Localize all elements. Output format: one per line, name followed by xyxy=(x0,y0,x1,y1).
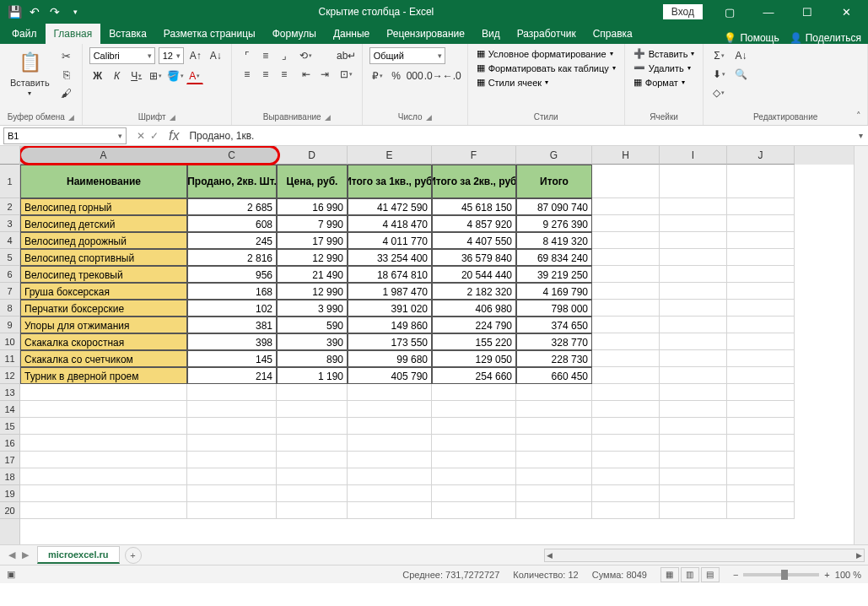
tab-help[interactable]: Справка xyxy=(585,24,641,44)
cell[interactable] xyxy=(727,435,795,452)
cell[interactable] xyxy=(516,452,592,468)
tab-file[interactable]: Файл xyxy=(3,24,46,44)
cell[interactable] xyxy=(20,452,187,468)
cell[interactable] xyxy=(348,401,432,418)
data-cell[interactable]: 4 011 770 xyxy=(348,232,432,249)
data-cell[interactable]: 374 650 xyxy=(516,317,592,333)
tab-data[interactable]: Данные xyxy=(325,24,378,44)
column-header-H[interactable]: H xyxy=(592,146,660,165)
cell[interactable] xyxy=(727,384,795,401)
row-header-16[interactable]: 16 xyxy=(0,435,19,452)
cell[interactable] xyxy=(432,418,516,435)
cell[interactable] xyxy=(660,317,727,333)
data-cell[interactable]: 328 770 xyxy=(516,333,592,350)
cell[interactable] xyxy=(660,333,727,350)
cell[interactable] xyxy=(727,401,795,418)
name-cell[interactable]: Скакалка скоростная xyxy=(20,333,187,350)
merge-icon[interactable]: ⊡ xyxy=(338,66,355,83)
help-link[interactable]: Помощь xyxy=(740,32,779,44)
cell[interactable] xyxy=(660,249,727,266)
data-cell[interactable]: 12 990 xyxy=(277,283,348,300)
number-dialog-icon[interactable]: ◢ xyxy=(426,113,432,122)
cell[interactable] xyxy=(187,384,277,401)
name-cell[interactable]: Велосипед спортивный xyxy=(20,249,187,266)
cell[interactable] xyxy=(592,384,660,401)
zoom-slider[interactable] xyxy=(743,573,819,576)
cell[interactable] xyxy=(592,249,660,266)
orientation-icon[interactable]: ⟲ xyxy=(298,47,315,64)
cell[interactable] xyxy=(348,435,432,452)
cell[interactable] xyxy=(660,502,727,519)
row-header-17[interactable]: 17 xyxy=(0,452,19,468)
data-cell[interactable]: 21 490 xyxy=(277,266,348,283)
wrap-text-icon[interactable]: ab↵ xyxy=(338,47,355,64)
cell[interactable] xyxy=(660,300,727,317)
row-header-14[interactable]: 14 xyxy=(0,401,19,418)
fill-color-icon[interactable]: 🪣 xyxy=(167,68,184,84)
decrease-indent-icon[interactable]: ⇤ xyxy=(298,66,315,83)
cell[interactable] xyxy=(516,435,592,452)
column-header-C[interactable]: C xyxy=(187,146,277,165)
ribbon-options-icon[interactable]: ▢ xyxy=(711,0,748,24)
underline-button[interactable]: Ч xyxy=(128,68,145,84)
cell[interactable] xyxy=(20,485,187,502)
header-cell[interactable]: Наименование xyxy=(20,165,187,198)
cell[interactable] xyxy=(592,418,660,435)
data-cell[interactable]: 2 182 320 xyxy=(432,283,516,300)
font-size-combo[interactable]: 12 xyxy=(159,47,184,64)
border-icon[interactable]: ⊞ xyxy=(148,68,164,84)
name-cell[interactable]: Велосипед горный xyxy=(20,198,187,215)
align-top-icon[interactable]: ⌜ xyxy=(239,47,256,64)
tab-home[interactable]: Главная xyxy=(46,24,101,44)
column-header-G[interactable]: G xyxy=(516,146,592,165)
cell[interactable] xyxy=(20,418,187,435)
cell[interactable] xyxy=(660,283,727,300)
enter-formula-icon[interactable]: ✓ xyxy=(150,130,159,142)
data-cell[interactable]: 1 190 xyxy=(277,367,348,384)
vertical-scrollbar[interactable] xyxy=(854,146,868,544)
cell[interactable] xyxy=(592,317,660,333)
cell[interactable] xyxy=(660,401,727,418)
header-cell[interactable]: Цена, руб. xyxy=(277,165,348,198)
cell[interactable] xyxy=(727,333,795,350)
cell[interactable] xyxy=(516,418,592,435)
percent-icon[interactable]: % xyxy=(388,68,405,84)
cell[interactable] xyxy=(727,215,795,232)
row-header-20[interactable]: 20 xyxy=(0,502,19,519)
data-cell[interactable]: 173 550 xyxy=(348,333,432,350)
cell[interactable] xyxy=(277,418,348,435)
cell[interactable] xyxy=(277,384,348,401)
cell[interactable] xyxy=(187,502,277,519)
name-cell[interactable]: Перчатки боксерские xyxy=(20,300,187,317)
copy-icon[interactable]: ⎘ xyxy=(58,66,75,83)
header-cell[interactable]: Итого за 1кв., руб. xyxy=(348,165,432,198)
name-cell[interactable]: Скакалка со счетчиком xyxy=(20,350,187,367)
qat-dropdown-icon[interactable]: ▾ xyxy=(66,3,84,21)
data-cell[interactable]: 9 276 390 xyxy=(516,215,592,232)
cell[interactable] xyxy=(727,502,795,519)
data-cell[interactable]: 8 419 320 xyxy=(516,232,592,249)
cell[interactable] xyxy=(592,165,660,198)
cell[interactable] xyxy=(660,350,727,367)
data-cell[interactable]: 228 730 xyxy=(516,350,592,367)
cell[interactable] xyxy=(727,367,795,384)
tab-pagelayout[interactable]: Разметка страницы xyxy=(155,24,264,44)
undo-icon[interactable]: ↶ xyxy=(25,3,44,21)
fill-icon[interactable]: ⬇ xyxy=(710,66,727,83)
cell[interactable] xyxy=(660,232,727,249)
tellme-icon[interactable]: 💡 xyxy=(724,32,736,44)
data-cell[interactable]: 45 618 150 xyxy=(432,198,516,215)
cell[interactable] xyxy=(348,485,432,502)
name-cell[interactable]: Велосипед трековый xyxy=(20,266,187,283)
data-cell[interactable]: 391 020 xyxy=(348,300,432,317)
cell[interactable] xyxy=(592,232,660,249)
data-cell[interactable]: 956 xyxy=(187,266,277,283)
row-header-7[interactable]: 7 xyxy=(0,283,19,300)
cell[interactable] xyxy=(277,452,348,468)
row-header-9[interactable]: 9 xyxy=(0,317,19,333)
cell[interactable] xyxy=(660,165,727,198)
zoom-in-icon[interactable]: + xyxy=(824,570,829,580)
cell[interactable] xyxy=(660,485,727,502)
data-cell[interactable]: 4 169 790 xyxy=(516,283,592,300)
row-header-12[interactable]: 12 xyxy=(0,367,19,384)
